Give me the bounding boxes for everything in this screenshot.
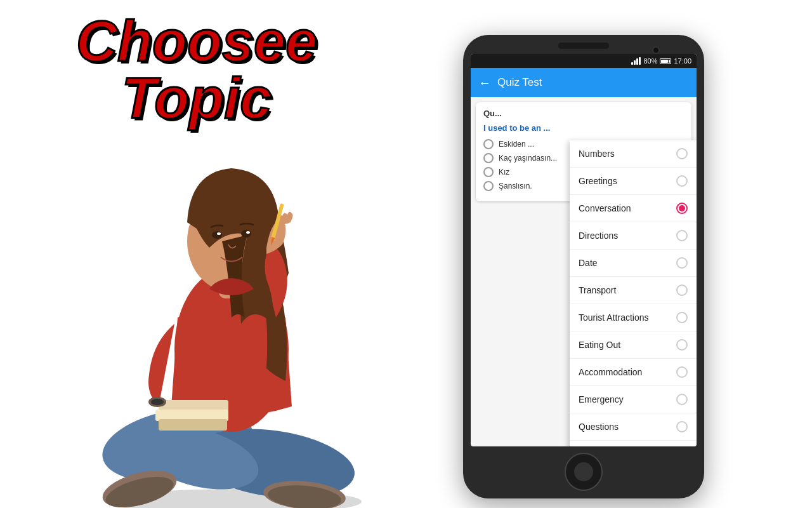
option-text-1: Eskiden ...	[499, 140, 534, 149]
dropdown-label-8: Accommodation	[579, 367, 642, 377]
dropdown-label-1: Greetings	[579, 176, 617, 186]
dropdown-label-9: Emergency	[579, 394, 624, 404]
dropdown-radio-9[interactable]	[676, 394, 688, 405]
svg-point-11	[212, 231, 222, 239]
phone-camera	[652, 46, 660, 54]
dropdown-label-10: Questions	[579, 422, 619, 432]
dropdown-radio-5[interactable]	[676, 284, 688, 296]
dropdown-item-market[interactable]: Market	[570, 441, 697, 446]
app-content: Qu... I used to be an ... Eskiden ... Ka…	[471, 97, 697, 446]
dropdown-radio-0[interactable]	[676, 148, 688, 159]
dropdown-item-transport[interactable]: Transport	[570, 277, 697, 304]
dropdown-radio-1[interactable]	[676, 175, 688, 187]
home-button-inner	[574, 462, 593, 481]
dropdown-radio-2[interactable]	[676, 203, 688, 214]
dropdown-radio-10[interactable]	[676, 421, 688, 432]
signal-icon	[631, 57, 641, 65]
dropdown-label-6: Tourist Attractions	[579, 312, 649, 323]
topic-dropdown: NumbersGreetingsConversationDirectionsDa…	[570, 140, 697, 446]
radio-3[interactable]	[483, 167, 494, 177]
battery-icon	[660, 58, 671, 64]
svg-rect-19	[159, 419, 227, 431]
back-button[interactable]: ←	[478, 76, 491, 90]
svg-point-21	[151, 399, 164, 405]
phone-screen: 80% 17:00 ← Quiz Test Qu... I used to be…	[471, 54, 697, 446]
svg-point-12	[241, 230, 251, 237]
dropdown-radio-4[interactable]	[676, 257, 688, 269]
status-bar: 80% 17:00	[471, 54, 697, 68]
option-text-4: Şanslısın.	[499, 182, 532, 190]
dropdown-radio-7[interactable]	[676, 339, 688, 351]
person-illustration	[51, 51, 431, 508]
dropdown-label-7: Eating Out	[579, 340, 620, 350]
app-bar-title: Quiz Test	[497, 76, 542, 89]
quiz-question: I used to be an ...	[483, 123, 684, 133]
phone: 80% 17:00 ← Quiz Test Qu... I used to be…	[463, 35, 704, 498]
option-text-2: Kaç yaşındasın...	[499, 154, 557, 163]
dropdown-radio-3[interactable]	[676, 230, 688, 241]
status-time: 17:00	[674, 57, 691, 65]
app-bar: ← Quiz Test	[471, 68, 697, 97]
dropdown-item-emergency[interactable]: Emergency	[570, 386, 697, 413]
dropdown-label-0: Numbers	[579, 149, 615, 159]
dropdown-item-date[interactable]: Date	[570, 250, 697, 277]
home-button[interactable]	[565, 453, 603, 491]
dropdown-item-accommodation[interactable]: Accommodation	[570, 359, 697, 386]
dropdown-label-4: Date	[579, 258, 598, 268]
dropdown-item-greetings[interactable]: Greetings	[570, 168, 697, 195]
dropdown-radio-6[interactable]	[676, 312, 688, 323]
dropdown-item-conversation[interactable]: Conversation	[570, 195, 697, 222]
dropdown-label-2: Conversation	[579, 203, 631, 213]
dropdown-item-tourist-attractions[interactable]: Tourist Attractions	[570, 304, 697, 331]
dropdown-item-numbers[interactable]: Numbers	[570, 140, 697, 168]
dropdown-item-directions[interactable]: Directions	[570, 222, 697, 250]
svg-point-14	[246, 231, 250, 234]
dropdown-label-3: Directions	[579, 231, 618, 241]
battery-percent: 80%	[643, 57, 657, 65]
dropdown-label-5: Transport	[579, 285, 616, 295]
radio-4[interactable]	[483, 181, 494, 191]
dropdown-item-eating-out[interactable]: Eating Out	[570, 331, 697, 359]
dropdown-item-questions[interactable]: Questions	[570, 413, 697, 441]
option-text-3: Kız	[499, 168, 509, 177]
radio-2[interactable]	[483, 153, 494, 163]
dropdown-radio-8[interactable]	[676, 366, 688, 378]
phone-speaker	[558, 43, 609, 49]
svg-point-13	[217, 232, 221, 235]
radio-1[interactable]	[483, 139, 494, 149]
quiz-card-title: Qu...	[483, 109, 684, 118]
